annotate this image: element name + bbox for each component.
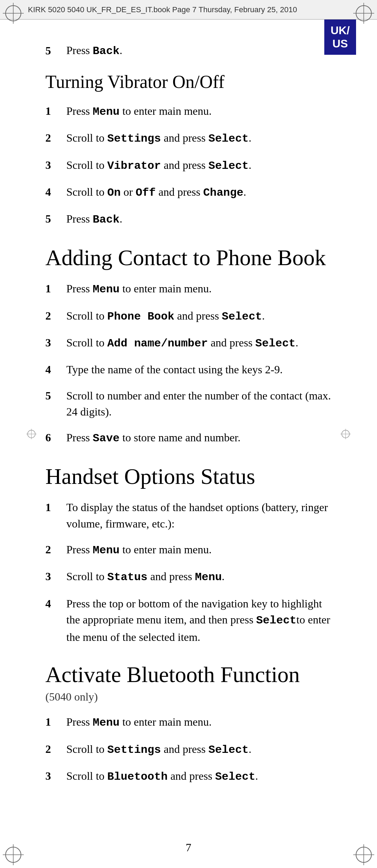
header-text: KIRK 5020 5040 UK_FR_DE_ES_IT.book Page … bbox=[28, 5, 297, 14]
list-item: 4 Type the name of the contact using the… bbox=[45, 361, 332, 377]
step-num: 2 bbox=[45, 308, 66, 324]
step-text: To display the status of the handset opt… bbox=[66, 499, 332, 532]
ui-element: Add name/number bbox=[107, 337, 208, 350]
list-item: 1 Press Menu to enter main menu. bbox=[45, 103, 332, 120]
step-num: 1 bbox=[45, 714, 66, 730]
step-text: Press Save to store name and number. bbox=[66, 429, 332, 447]
ui-element: Phone Book bbox=[107, 310, 174, 323]
step-text: Press Menu to enter main menu. bbox=[66, 103, 332, 120]
vibrator-title: Turning Vibrator On/Off bbox=[45, 72, 332, 92]
ui-element: Status bbox=[107, 571, 147, 584]
ui-element: Select bbox=[208, 132, 249, 145]
step-text: Press Menu to enter main menu. bbox=[66, 280, 332, 298]
step-text: Scroll to Settings and press Select. bbox=[66, 741, 332, 758]
ui-element: Off bbox=[135, 186, 156, 199]
step-text: Press the top or bottom of the navigatio… bbox=[66, 596, 332, 645]
list-item: 5 Scroll to number and enter the number … bbox=[45, 388, 332, 420]
step-5-text: Press Back. bbox=[66, 44, 122, 58]
list-item: 3 Scroll to Vibrator and press Select. bbox=[45, 157, 332, 174]
step-text: Press Menu to enter main menu. bbox=[66, 714, 332, 731]
ui-element: Settings bbox=[107, 132, 161, 145]
ui-element: Settings bbox=[107, 743, 161, 756]
list-item: 1 To display the status of the handset o… bbox=[45, 499, 332, 532]
step-num: 6 bbox=[45, 429, 66, 446]
step-num: 2 bbox=[45, 741, 66, 757]
ui-element: Select bbox=[215, 770, 255, 783]
list-item: 3 Scroll to Add name/number and press Se… bbox=[45, 335, 332, 352]
ui-element: On bbox=[107, 186, 120, 199]
ui-element: Back bbox=[93, 213, 120, 226]
ui-element: Select bbox=[256, 614, 296, 627]
adding-contact-steps: 1 Press Menu to enter main menu. 2 Scrol… bbox=[45, 280, 332, 447]
step-5-bold: Back bbox=[93, 45, 120, 58]
ui-element: Menu bbox=[93, 105, 120, 118]
step-num: 4 bbox=[45, 184, 66, 200]
header-bar: KIRK 5020 5040 UK_FR_DE_ES_IT.book Page … bbox=[0, 0, 377, 20]
main-content: 5 Press Back. Turning Vibrator On/Off 1 … bbox=[0, 20, 377, 823]
step-text: Press Menu to enter main menu. bbox=[66, 541, 332, 559]
step-num: 4 bbox=[45, 596, 66, 612]
step-text: Scroll to On or Off and press Change. bbox=[66, 184, 332, 201]
step-num: 1 bbox=[45, 499, 66, 515]
step-num: 3 bbox=[45, 335, 66, 351]
step-num: 3 bbox=[45, 157, 66, 173]
vibrator-steps: 1 Press Menu to enter main menu. 2 Scrol… bbox=[45, 103, 332, 228]
step-text: Scroll to Phone Book and press Select. bbox=[66, 308, 332, 325]
step-text: Type the name of the contact using the k… bbox=[66, 361, 332, 377]
page-number: 7 bbox=[186, 841, 191, 854]
list-item: 4 Press the top or bottom of the navigat… bbox=[45, 596, 332, 645]
list-item: 4 Scroll to On or Off and press Change. bbox=[45, 184, 332, 201]
step-num: 5 bbox=[45, 388, 66, 404]
list-item: 2 Scroll to Settings and press Select. bbox=[45, 741, 332, 758]
adding-contact-title: Adding Contact to Phone Book bbox=[45, 246, 332, 270]
step-text: Scroll to Bluetooth and press Select. bbox=[66, 768, 332, 785]
step-text: Scroll to Settings and press Select. bbox=[66, 130, 332, 147]
ui-element: Bluetooth bbox=[107, 770, 168, 783]
bluetooth-steps: 1 Press Menu to enter main menu. 2 Scrol… bbox=[45, 714, 332, 785]
step-num: 1 bbox=[45, 280, 66, 297]
list-item: 2 Scroll to Settings and press Select. bbox=[45, 130, 332, 147]
list-item: 5 Press Back. bbox=[45, 211, 332, 228]
step-num: 2 bbox=[45, 541, 66, 558]
step-num: 2 bbox=[45, 130, 66, 146]
step-5-num: 5 bbox=[45, 44, 66, 57]
step-text: Scroll to Status and press Menu. bbox=[66, 568, 332, 585]
step-num: 1 bbox=[45, 103, 66, 119]
ui-element: Select bbox=[208, 743, 249, 756]
ui-element: Change bbox=[203, 186, 243, 199]
ui-element: Menu bbox=[93, 544, 120, 557]
ui-element: Menu bbox=[93, 283, 120, 296]
list-item: 1 Press Menu to enter main menu. bbox=[45, 280, 332, 298]
ui-element: Select bbox=[222, 310, 262, 323]
step-text: Press Back. bbox=[66, 211, 332, 228]
ui-element: Menu bbox=[195, 571, 222, 584]
bluetooth-subtitle: (5040 only) bbox=[45, 690, 332, 703]
crosshair-bottom-left bbox=[3, 844, 24, 865]
step-num: 3 bbox=[45, 568, 66, 584]
list-item: 2 Scroll to Phone Book and press Select. bbox=[45, 308, 332, 325]
step-text: Scroll to Vibrator and press Select. bbox=[66, 157, 332, 174]
list-item: 3 Scroll to Status and press Menu. bbox=[45, 568, 332, 585]
handset-options-title: Handset Options Status bbox=[45, 464, 332, 489]
ui-element: Vibrator bbox=[107, 159, 161, 172]
list-item: 2 Press Menu to enter main menu. bbox=[45, 541, 332, 559]
list-item: 6 Press Save to store name and number. bbox=[45, 429, 332, 447]
crosshair-bottom-right bbox=[353, 844, 374, 865]
ui-element: Save bbox=[93, 432, 120, 445]
ui-element: Select bbox=[255, 337, 295, 350]
list-item: 1 Press Menu to enter main menu. bbox=[45, 714, 332, 731]
top-step-5: 5 Press Back. bbox=[45, 44, 332, 58]
ui-element: Select bbox=[208, 159, 249, 172]
step-num: 4 bbox=[45, 361, 66, 377]
step-text: Scroll to number and enter the number of… bbox=[66, 388, 332, 420]
list-item: 3 Scroll to Bluetooth and press Select. bbox=[45, 768, 332, 785]
step-num: 5 bbox=[45, 211, 66, 227]
step-num: 3 bbox=[45, 768, 66, 784]
handset-options-steps: 1 To display the status of the handset o… bbox=[45, 499, 332, 645]
bluetooth-title: Activate Bluetooth Function bbox=[45, 663, 332, 687]
ui-element: Menu bbox=[93, 716, 120, 729]
step-text: Scroll to Add name/number and press Sele… bbox=[66, 335, 332, 352]
